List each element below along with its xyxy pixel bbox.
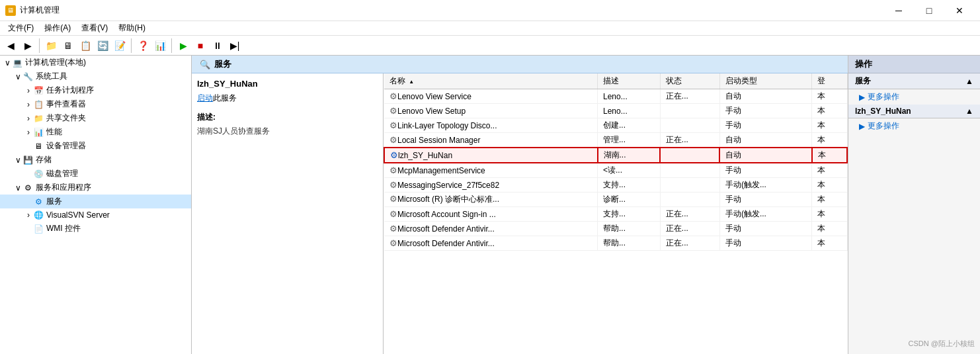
table-row[interactable]: ⚙ Lenovo View ServiceLeno...正在...自动本 bbox=[384, 89, 847, 104]
action-section-service: lzh_SY_HuNan ▲ ▶ 更多操作 bbox=[848, 105, 980, 134]
service-logon-cell: 本 bbox=[812, 193, 847, 207]
sidebar-item-wmi[interactable]: › 📄 WMI 控件 bbox=[0, 222, 191, 236]
watermark: CSDN @陌上小核组 bbox=[909, 339, 975, 349]
menu-bar: 文件(F) 操作(A) 查看(V) 帮助(H) bbox=[0, 21, 980, 36]
toolbar-separator-3 bbox=[171, 38, 172, 53]
chevron-icon: ∨ bbox=[13, 155, 22, 165]
service-name-cell: ⚙ Lenovo View Service bbox=[384, 89, 598, 104]
action-section-services-title[interactable]: 服务 ▲ bbox=[848, 73, 980, 89]
sidebar-label-task-scheduler: 任务计划程序 bbox=[46, 85, 94, 96]
minimize-button[interactable]: ─ bbox=[883, 0, 914, 21]
col-header-name[interactable]: 名称 ▲ bbox=[384, 73, 598, 89]
chevron-icon: › bbox=[24, 114, 33, 123]
forward-button[interactable]: ▶ bbox=[20, 38, 36, 54]
service-startup-cell: 手动 bbox=[719, 193, 812, 207]
service-startup-cell: 自动 bbox=[719, 89, 812, 104]
table-row[interactable]: ⚙ Microsoft Defender Antivir...帮助...正在..… bbox=[384, 236, 847, 251]
service-gear-icon: ⚙ bbox=[389, 224, 397, 234]
col-header-startup[interactable]: 启动类型 bbox=[719, 73, 812, 89]
service-startup-cell: 手动 bbox=[719, 222, 812, 236]
sidebar-label-visualsvn: VisualSVN Server bbox=[46, 210, 110, 220]
sidebar-item-services[interactable]: › ⚙ 服务 bbox=[0, 195, 191, 208]
col-header-logon[interactable]: 登 bbox=[812, 73, 847, 89]
restart-button[interactable]: ▶| bbox=[227, 38, 243, 54]
properties-button[interactable]: 📋 bbox=[77, 38, 93, 54]
service-logon-cell: 本 bbox=[812, 148, 847, 163]
start-service-link[interactable]: 启动 bbox=[197, 93, 213, 103]
menu-view[interactable]: 查看(V) bbox=[76, 21, 113, 35]
service-gear-icon: ⚙ bbox=[389, 238, 397, 248]
sidebar-label-shared-folders: 共享文件夹 bbox=[46, 112, 86, 124]
arrow-icon-2: ▶ bbox=[859, 122, 865, 131]
sidebar-item-device-manager[interactable]: › 🖥 设备管理器 bbox=[0, 139, 191, 153]
sidebar-item-performance[interactable]: › 📊 性能 bbox=[0, 125, 191, 139]
folder-button[interactable]: 📁 bbox=[43, 38, 59, 54]
sidebar-item-disk-management[interactable]: › 💿 磁盘管理 bbox=[0, 167, 191, 181]
table-row[interactable]: ⚙ Microsoft (R) 诊断中心标准...诊断...手动本 bbox=[384, 193, 847, 207]
col-header-desc[interactable]: 描述 bbox=[598, 73, 661, 89]
service-status-cell bbox=[660, 178, 719, 193]
maximize-button[interactable]: □ bbox=[914, 0, 944, 21]
storage-icon: 💾 bbox=[22, 155, 33, 165]
pause-button[interactable]: ⏸ bbox=[210, 38, 225, 54]
back-button[interactable]: ◀ bbox=[3, 38, 19, 54]
play-button[interactable]: ▶ bbox=[175, 38, 191, 54]
service-desc-cell: 管理... bbox=[598, 133, 661, 148]
service-desc-cell: Leno... bbox=[598, 104, 661, 118]
help-button[interactable]: ❓ bbox=[135, 38, 151, 54]
menu-action[interactable]: 操作(A) bbox=[39, 21, 76, 35]
sidebar-item-visualsvn[interactable]: › 🌐 VisualSVN Server bbox=[0, 208, 191, 222]
more-actions-link-1[interactable]: ▶ 更多操作 bbox=[848, 89, 980, 105]
service-status-cell: 正在... bbox=[660, 236, 719, 251]
service-desc-cell: 支持... bbox=[598, 178, 661, 193]
service-status-cell: 正在... bbox=[660, 207, 719, 222]
table-row[interactable]: ⚙ MessagingService_27f5ce82支持...手动(触发...… bbox=[384, 178, 847, 193]
menu-file[interactable]: 文件(F) bbox=[3, 21, 39, 35]
sidebar-item-shared-folders[interactable]: › 📁 共享文件夹 bbox=[0, 111, 191, 125]
more-actions-link-2[interactable]: ▶ 更多操作 bbox=[848, 118, 980, 134]
app-icon: 🖥 bbox=[5, 5, 16, 16]
computer-button[interactable]: 🖥 bbox=[60, 38, 76, 54]
sidebar-item-services-apps[interactable]: ∨ ⚙ 服务和应用程序 bbox=[0, 181, 191, 195]
close-button[interactable]: ✕ bbox=[944, 0, 975, 21]
stop-button[interactable]: ■ bbox=[192, 38, 208, 54]
sidebar-label-computer-mgmt: 计算机管理(本地) bbox=[25, 57, 86, 68]
table-row[interactable]: ⚙ Lenovo View SetupLeno...手动本 bbox=[384, 104, 847, 118]
sidebar-item-computer-mgmt[interactable]: ∨ 💻 计算机管理(本地) bbox=[0, 56, 191, 69]
service-logon-cell: 本 bbox=[812, 89, 847, 104]
service-desc-cell: Leno... bbox=[598, 89, 661, 104]
sidebar-label-services: 服务 bbox=[46, 196, 62, 207]
table-row[interactable]: ⚙ Microsoft Account Sign-in ...支持...正在..… bbox=[384, 207, 847, 222]
sidebar-label-services-apps: 服务和应用程序 bbox=[36, 182, 91, 193]
sidebar-item-event-viewer[interactable]: › 📋 事件查看器 bbox=[0, 97, 191, 111]
export-button[interactable]: 📝 bbox=[112, 38, 128, 54]
service-gear-icon: ⚙ bbox=[389, 180, 397, 190]
service-logon-cell: 本 bbox=[812, 178, 847, 193]
service-name-cell: ⚙ Local Session Manager bbox=[384, 133, 598, 148]
service-name-cell: ⚙ Microsoft Account Sign-in ... bbox=[384, 207, 598, 222]
sidebar-item-system-tools[interactable]: ∨ 🔧 系统工具 bbox=[0, 69, 191, 83]
service-status-cell: 正在... bbox=[660, 133, 719, 148]
table-row[interactable]: ⚙ Link-Layer Topology Disco...创建...手动本 bbox=[384, 118, 847, 133]
services-tab[interactable]: 🔍 服务 bbox=[192, 56, 848, 73]
event-viewer-icon: 📋 bbox=[33, 99, 44, 110]
refresh-button[interactable]: 🔄 bbox=[95, 38, 110, 54]
service-startup-cell: 自动 bbox=[719, 133, 812, 148]
sidebar-label-system-tools: 系统工具 bbox=[36, 71, 67, 82]
menu-help[interactable]: 帮助(H) bbox=[113, 21, 151, 35]
more-actions-label-2: 更多操作 bbox=[868, 120, 899, 132]
table-row[interactable]: ⚙ lzh_SY_HuNan湖南...自动本 bbox=[384, 148, 847, 163]
action-section-service-title[interactable]: lzh_SY_HuNan ▲ bbox=[848, 105, 980, 118]
services-button[interactable]: 📊 bbox=[152, 38, 168, 54]
sidebar-item-storage[interactable]: ∨ 💾 存储 bbox=[0, 153, 191, 167]
chevron-icon: › bbox=[24, 100, 33, 109]
table-row[interactable]: ⚙ Local Session Manager管理...正在...自动本 bbox=[384, 133, 847, 148]
sidebar-label-wmi: WMI 控件 bbox=[46, 223, 81, 234]
window-controls: ─ □ ✕ bbox=[883, 0, 975, 21]
col-header-status[interactable]: 状态 bbox=[660, 73, 719, 89]
table-row[interactable]: ⚙ Microsoft Defender Antivir...帮助...正在..… bbox=[384, 222, 847, 236]
table-row[interactable]: ⚙ McpManagementService<读...手动本 bbox=[384, 163, 847, 178]
desc-label: 描述: bbox=[197, 112, 378, 123]
service-startup-cell: 手动 bbox=[719, 118, 812, 133]
sidebar-item-task-scheduler[interactable]: › 📅 任务计划程序 bbox=[0, 83, 191, 97]
